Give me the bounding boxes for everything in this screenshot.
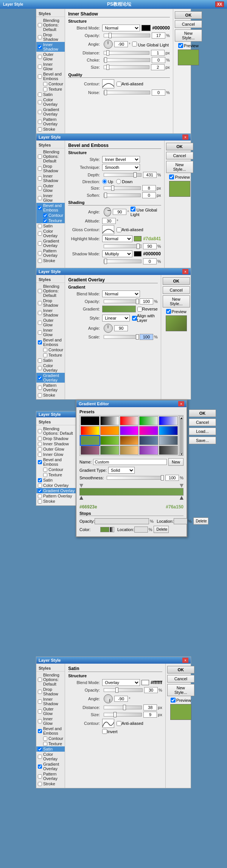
- angle-input3[interactable]: [114, 325, 128, 331]
- s3-contour[interactable]: Contour: [36, 347, 65, 352]
- noise-input1[interactable]: [152, 90, 165, 96]
- s4-gradient[interactable]: Gradient Overlay: [36, 488, 76, 493]
- presets-scrollbar[interactable]: ▲ ▼: [179, 415, 183, 456]
- save-btn4[interactable]: Save...: [189, 437, 216, 444]
- s2-texture[interactable]: Texture: [36, 218, 65, 223]
- opacity-loc-input4[interactable]: [174, 518, 187, 524]
- s4-inner[interactable]: Inner Shadow: [36, 441, 76, 446]
- contour-preview5[interactable]: [102, 719, 114, 728]
- s2-innerglow[interactable]: Inner Glow: [36, 193, 65, 203]
- sidebar-item-satin1[interactable]: Satin: [36, 92, 65, 97]
- sidebar-item-blending1[interactable]: Blending Options: Default: [36, 18, 65, 32]
- size-slider2[interactable]: [104, 186, 141, 190]
- gloss-contour-preview2[interactable]: [102, 225, 114, 234]
- s5-stroke[interactable]: Stroke: [36, 781, 65, 786]
- size-input2[interactable]: [142, 185, 156, 191]
- preview-cb3[interactable]: [166, 309, 171, 314]
- s3-pattern[interactable]: Pattern Overlay: [36, 383, 65, 392]
- gloss-anti-aliased2[interactable]: [117, 227, 121, 232]
- s2-blending[interactable]: Blending Options: Default: [36, 149, 65, 164]
- distance-input1[interactable]: [151, 50, 165, 56]
- s2-color[interactable]: Color Overlay: [36, 229, 65, 238]
- gradient-editor-close[interactable]: ×: [178, 401, 184, 406]
- technique-select2[interactable]: Smooth: [102, 164, 140, 171]
- delete-color-btn4[interactable]: Delete: [154, 526, 169, 533]
- preset-pm[interactable]: [120, 426, 139, 435]
- angle-input2[interactable]: [113, 209, 126, 215]
- s4-drop[interactable]: Drop Shadow: [36, 436, 76, 441]
- preset-g9[interactable]: [139, 446, 158, 455]
- color-loc-input4[interactable]: [134, 527, 148, 533]
- preset-bw[interactable]: [100, 416, 119, 425]
- depth-input2[interactable]: [143, 172, 157, 178]
- altitude-input2[interactable]: [102, 218, 116, 224]
- opacity-input5[interactable]: [144, 687, 158, 693]
- angle-input5[interactable]: [114, 696, 128, 702]
- reverse-cb3[interactable]: [137, 307, 142, 312]
- s3-bevel[interactable]: Bevel and Emboss: [36, 337, 65, 347]
- s2-contour[interactable]: Contour: [36, 213, 65, 218]
- name-input4[interactable]: [93, 459, 167, 465]
- gradient-type-select4[interactable]: Solid: [108, 467, 135, 474]
- sidebar-item-outer-glow1[interactable]: Outer Glow: [36, 52, 65, 62]
- color-stop-left[interactable]: [79, 496, 83, 500]
- panel2-close[interactable]: ×: [182, 134, 188, 140]
- preset-red-t[interactable]: [120, 416, 139, 425]
- style-select2[interactable]: Inner Bevel: [102, 156, 140, 163]
- s3-drop[interactable]: Drop Shadow: [36, 298, 65, 308]
- s4-bevel[interactable]: Bevel and Emboss: [36, 457, 76, 467]
- highlight-swatch2[interactable]: [134, 236, 141, 241]
- ok-btn5[interactable]: OK: [167, 666, 194, 673]
- s2-pattern[interactable]: Pattern Overlay: [36, 248, 65, 258]
- color-swatch1[interactable]: [141, 25, 151, 31]
- size-input5[interactable]: [143, 712, 157, 718]
- new-style-btn3[interactable]: New Style...: [163, 295, 190, 307]
- blend-select5[interactable]: Overlay: [102, 679, 140, 686]
- gradient-preview3[interactable]: [102, 306, 136, 312]
- s5-inner[interactable]: Inner Shadow: [36, 697, 65, 706]
- preset-g3[interactable]: [120, 436, 139, 445]
- sidebar-item-bevel1[interactable]: Bevel and Emboss: [36, 71, 65, 81]
- soften-input2[interactable]: [142, 192, 156, 198]
- s5-texture[interactable]: Texture: [36, 741, 65, 746]
- use-global-light-cb1[interactable]: [132, 42, 137, 46]
- angle-dial3[interactable]: [104, 324, 113, 333]
- opacity-val-input4[interactable]: [95, 518, 149, 524]
- satin-color-swatch5[interactable]: [141, 680, 149, 685]
- sidebar-item-texture1[interactable]: Texture: [36, 86, 65, 92]
- soften-slider2[interactable]: [104, 193, 141, 197]
- opacity-input3[interactable]: [140, 298, 153, 304]
- invert-cb5[interactable]: [102, 729, 107, 734]
- preset-ry[interactable]: [81, 426, 100, 435]
- panel5-close[interactable]: ×: [182, 658, 188, 663]
- cancel-btn2[interactable]: Cancel: [166, 152, 193, 159]
- opacity-stop-right[interactable]: [180, 484, 183, 488]
- s4-texture[interactable]: Texture: [36, 472, 76, 477]
- s4-satin[interactable]: Satin: [36, 477, 76, 483]
- cancel-btn4[interactable]: Cancel: [189, 419, 216, 426]
- highlight-select2[interactable]: Normal: [102, 235, 132, 242]
- sidebar-item-contour1[interactable]: Contour: [36, 81, 65, 86]
- size-slider1[interactable]: [104, 65, 149, 69]
- presets-grid[interactable]: [80, 415, 179, 456]
- distance-input5[interactable]: [143, 704, 157, 710]
- s5-satin[interactable]: Satin: [36, 746, 65, 752]
- s3-inner[interactable]: Inner Shadow: [36, 308, 65, 318]
- preview-cb5[interactable]: [171, 698, 176, 703]
- sidebar-item-inner-glow1[interactable]: Inner Glow: [36, 62, 65, 71]
- scale-input3[interactable]: [140, 334, 153, 340]
- choke-slider1[interactable]: [104, 58, 150, 62]
- smoothness-input4[interactable]: [165, 475, 179, 481]
- anti-aliased-cb5[interactable]: [117, 721, 121, 726]
- preset-custom[interactable]: [81, 436, 100, 445]
- direction-down[interactable]: Down: [116, 179, 132, 184]
- depth-slider2[interactable]: [104, 173, 141, 177]
- angle-input1[interactable]: [114, 41, 128, 47]
- sidebar-item-gradient-overlay1[interactable]: Gradient Overlay: [36, 107, 65, 117]
- new-btn4[interactable]: New: [168, 458, 183, 466]
- color-picker-icon4[interactable]: [110, 527, 114, 532]
- delete-opacity-btn4[interactable]: Delete: [193, 517, 208, 525]
- preset-g5[interactable]: [159, 436, 178, 445]
- cancel-btn1[interactable]: Cancel: [175, 20, 202, 28]
- ok-btn1[interactable]: OK: [175, 11, 202, 19]
